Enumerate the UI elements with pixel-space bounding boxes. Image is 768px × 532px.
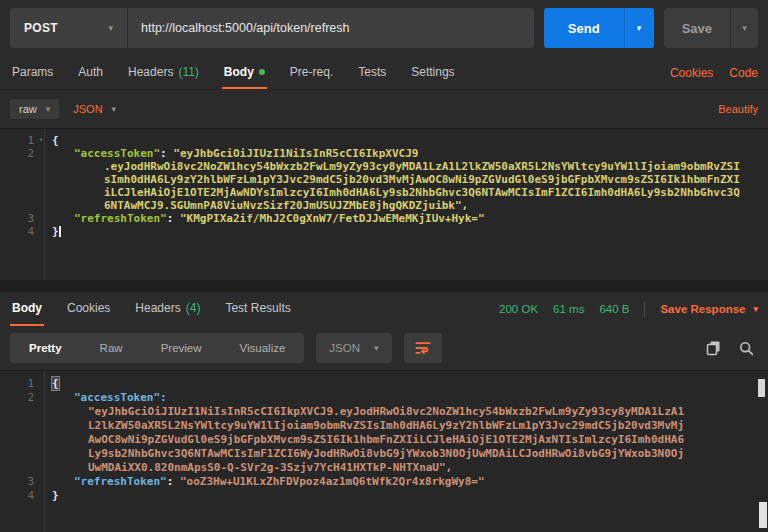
response-time: 61 ms (553, 303, 584, 315)
response-view-toolbar: Pretty Raw Preview Visualize JSON ▾ (0, 326, 768, 370)
code-line: 3 "refreshToken": "KMgPIXa2if/MhJ2C0gXnW… (0, 212, 768, 225)
request-body-editor[interactable]: 1▾ { 2 "accessToken": "eyJhbGciOiJIUzI1N… (0, 128, 768, 280)
json-key: "refreshToken" (74, 212, 167, 225)
response-headers-count-badge: (4) (186, 301, 201, 315)
tab-pre-request[interactable]: Pre-req. (288, 56, 335, 89)
chevron-down-icon: ▾ (112, 104, 117, 114)
status-badge: 200 OK (499, 303, 538, 315)
tab-tests[interactable]: Tests (356, 56, 388, 89)
response-tab-body[interactable]: Body (10, 292, 44, 326)
chevron-down-icon: ▾ (108, 23, 113, 33)
search-icon[interactable] (739, 341, 754, 356)
code-line: Ly9sb2NhbGhvc3Q6NTAwMCIsImF1ZCI6WyJodHRw… (0, 447, 768, 461)
view-preview-button[interactable]: Preview (142, 333, 221, 363)
spacer (314, 292, 499, 326)
view-raw-button[interactable]: Raw (81, 333, 142, 363)
body-mode-dropdown[interactable]: raw ▾ (10, 99, 59, 119)
wrap-text-icon (415, 341, 431, 355)
code-line: 2 "accessToken": "eyJhbGciOiJIUzI1NiIsIn… (0, 147, 768, 160)
code-line: sImh0dHA6Ly9zY2hlbWFzLm1pY3Jvc29mdC5jb20… (0, 173, 768, 186)
wrap-text-button[interactable] (404, 333, 442, 363)
beautify-link[interactable]: Beautify (718, 103, 758, 115)
json-key: "refreshToken" (74, 475, 167, 488)
response-meta: 200 OK 61 ms 640 B Save Response ▾ (499, 292, 758, 326)
send-button[interactable]: Send (544, 8, 624, 48)
json-string-value: Ly9sb2NhbGhvc3Q6NTAwMCIsImF1ZCI6WyJodHRw… (44, 447, 684, 461)
url-input[interactable]: http://localhost:5000/api/token/refresh (128, 8, 534, 48)
chevron-down-icon: ▾ (742, 23, 747, 33)
request-tabs: Params Auth Headers (11) Body Pre-req. T… (0, 56, 768, 90)
response-tabs: Body Cookies Headers (4) Test Results 20… (0, 292, 768, 326)
code-line: 4 } (0, 489, 768, 503)
json-string-value: iLCJleHAiOjE1OTE2MjAwNDYsImlzcyI6Imh0dHA… (44, 186, 740, 199)
method-dropdown[interactable]: POST ▾ (10, 8, 128, 48)
code-line: 4 } (0, 225, 768, 238)
copy-icon[interactable] (706, 340, 721, 356)
json-string-value: "eyJhbGciOiJIUzI1NiIsInR5cCI6IkpXVCJ9.ey… (44, 405, 684, 419)
code-line: UwMDAiXX0.820nmApsS0-Q-SVr2g-3Szjv7YcH41… (0, 461, 768, 475)
code-line: L2lkZW50aXR5L2NsYWltcy9uYW1lIjoiam9obmRv… (0, 419, 768, 433)
code-line: 1▾ { (0, 134, 768, 147)
response-language-dropdown[interactable]: JSON ▾ (316, 333, 391, 363)
code-line: 3 "refreshToken": "ooZ3Hw+U1KLxZhFDVpoz4… (0, 475, 768, 489)
method-label: POST (24, 21, 58, 35)
response-tab-test-results[interactable]: Test Results (223, 292, 292, 326)
section-divider (0, 280, 768, 292)
view-pretty-button[interactable]: Pretty (10, 333, 81, 363)
divider (644, 301, 645, 317)
save-options-button[interactable]: ▾ (730, 8, 758, 48)
request-field: POST ▾ http://localhost:5000/api/token/r… (10, 8, 534, 48)
json-string-value: "ooZ3Hw+U1KLxZhFDVpoz4az1mQ6tWfk2Qr4x8rk… (180, 475, 485, 488)
request-url-row: POST ▾ http://localhost:5000/api/token/r… (0, 0, 768, 56)
code-line: 2 "accessToken": (0, 391, 768, 405)
tab-settings[interactable]: Settings (409, 56, 456, 89)
tab-body[interactable]: Body (222, 56, 267, 89)
view-visualize-button[interactable]: Visualize (221, 333, 305, 363)
chevron-down-icon: ▾ (753, 304, 758, 314)
json-string-value: AwOC8wNi9pZGVudGl0eS9jbGFpbXMvcm9sZSI6Ik… (44, 433, 684, 447)
save-button-group: Save ▾ (664, 8, 758, 48)
response-actions (706, 340, 754, 356)
send-options-button[interactable]: ▾ (624, 8, 654, 48)
chevron-down-icon: ▾ (637, 23, 642, 33)
response-tab-cookies[interactable]: Cookies (65, 292, 112, 326)
cookies-link[interactable]: Cookies (670, 56, 713, 89)
code-link[interactable]: Code (729, 56, 758, 89)
scrollbar-thumb[interactable] (758, 379, 765, 397)
chevron-down-icon: ▾ (46, 104, 51, 114)
code-line: iLCJleHAiOjE1OTE2MjAwNDYsImlzcyI6Imh0dHA… (0, 186, 768, 199)
body-modified-dot-icon (259, 69, 265, 75)
code-line: "eyJhbGciOiJIUzI1NiIsInR5cCI6IkpXVCJ9.ey… (0, 405, 768, 419)
json-key: "accessToken": (44, 391, 167, 405)
json-string-value: .eyJodHRwOi8vc2NoZW1hcy54bWxzb2FwLm9yZy9… (44, 160, 740, 173)
body-type-toolbar: raw ▾ JSON ▾ Beautify (0, 90, 768, 128)
language-dropdown[interactable]: JSON ▾ (73, 103, 116, 115)
json-string-value: sImh0dHA6Ly9zY2hlbWFzLm1pY3Jvc29mdC5jb20… (44, 173, 740, 186)
code-line: 6NTAwMCJ9.SGUmnPA8ViuNvzSizf20JmUSUJZMbE… (0, 199, 768, 212)
headers-count-badge: (11) (178, 65, 198, 79)
matched-bracket: { (52, 377, 59, 390)
scrollbar-thumb[interactable] (759, 502, 767, 528)
send-button-group: Send ▾ (544, 8, 654, 48)
code-line: AwOC8wNi9pZGVudGl0eS9jbGFpbXMvcm9sZSI6Ik… (0, 433, 768, 447)
tab-auth[interactable]: Auth (76, 56, 105, 89)
json-key: "accessToken" (74, 147, 160, 160)
view-mode-group: Pretty Raw Preview Visualize (10, 333, 304, 363)
response-size: 640 B (599, 303, 629, 315)
code-line: 1 { (0, 377, 768, 391)
tab-params[interactable]: Params (10, 56, 55, 89)
code-line: .eyJodHRwOi8vc2NoZW1hcy54bWxzb2FwLm9yZy9… (0, 160, 768, 173)
json-string-value: 6NTAwMCJ9.SGUmnPA8ViuNvzSizf20JmUSUJZMbE… (44, 199, 468, 212)
json-string-value: L2lkZW50aXR5L2NsYWltcy9uYW1lIjoiam9obmRv… (44, 419, 684, 433)
text-cursor (59, 226, 61, 237)
fold-arrow-icon[interactable]: ▾ (39, 134, 43, 147)
response-tab-headers[interactable]: Headers (4) (133, 292, 202, 326)
chevron-down-icon: ▾ (374, 343, 379, 353)
json-string-value: "KMgPIXa2if/MhJ2C0gXnW7/FetDJJwEMeMKjIUv… (180, 212, 485, 225)
save-response-button[interactable]: Save Response ▾ (660, 303, 758, 315)
spacer (478, 56, 654, 89)
tab-headers[interactable]: Headers (11) (126, 56, 201, 89)
json-string-value: UwMDAiXX0.820nmApsS0-Q-SVr2g-3Szjv7YcH41… (44, 461, 452, 475)
save-button[interactable]: Save (664, 8, 730, 48)
response-body-editor[interactable]: 1 { 2 "accessToken": "eyJhbGciOiJIUzI1Ni… (0, 370, 768, 532)
